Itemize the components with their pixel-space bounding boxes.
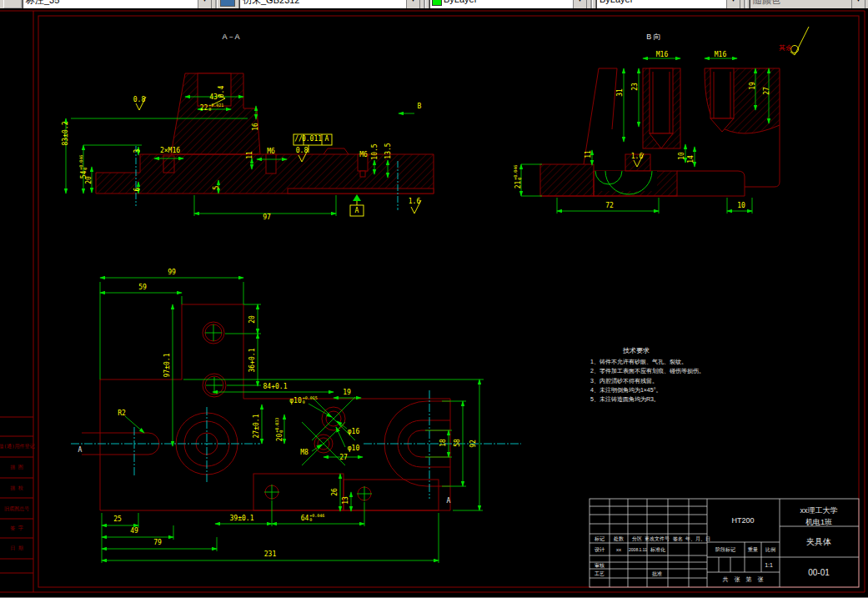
tech-requirements-title: 技术要求 [623, 346, 650, 355]
frame-strip-cell-label: 日 期 [10, 545, 23, 552]
dim-label: 59 [138, 284, 147, 291]
dim-label: 0.8 [133, 97, 145, 103]
dim-label: 26 [332, 488, 339, 496]
dim-label: 231 [264, 551, 276, 558]
dim-label: 13 [343, 496, 349, 505]
chevron-down-icon[interactable]: ▼ [406, 0, 419, 8]
dim-label: 20 [249, 315, 256, 324]
dim-label: φ16 [348, 429, 359, 435]
dim-label: φ10+0.0150 [289, 396, 318, 405]
dim-label: 27±0.1 [253, 415, 260, 439]
dim-label: 10.5 [372, 143, 379, 159]
dim-label: 1.6 [409, 198, 420, 205]
toolbar-separator [424, 0, 426, 8]
dim-label: 22+0.0210 [200, 103, 224, 112]
dim-label: 64+0.0460 [301, 514, 325, 522]
dim-label: 97 [263, 214, 271, 221]
dim-label: A [447, 498, 451, 505]
dim-label: 58 [454, 439, 461, 447]
standardize-label: 标准化 [650, 546, 665, 554]
dim-label: 43 [209, 94, 218, 101]
cad-drawing [0, 8, 868, 598]
toolbar-separator [744, 0, 746, 8]
dim-label: 0.4 [218, 86, 225, 98]
design-label: 设计 [595, 546, 605, 554]
dim-label: A [78, 447, 83, 454]
frame-strip-cell-label: 旧底图总号 [4, 505, 29, 513]
drawing-canvas[interactable] [0, 8, 868, 598]
header-docno: 更改文件号 [645, 535, 670, 543]
toolbar-separator [215, 0, 218, 8]
color-swatch-icon [432, 0, 442, 6]
dim-label: M16 [715, 52, 726, 58]
dim-label: 31 [617, 88, 624, 97]
school-label: xx理工大学 [800, 505, 838, 516]
sheet-count: 共 张 第 张 [723, 575, 764, 584]
chevron-down-icon: ▼ [851, 0, 865, 8]
dim-label: 0.011 [302, 136, 322, 143]
header-date: 年、月、日 [685, 535, 710, 543]
cad-application-window: 标注_35▼ 仿宋_GB2312▼ ByLayer▼ ByLayer▼ 随颜色▼ [0, 0, 868, 598]
section-title: A－A [222, 32, 239, 43]
plan-view [71, 278, 521, 563]
drawing-number: 00-01 [808, 568, 830, 577]
dim-label: 25 [113, 516, 122, 523]
tech-requirement-line: 4、未注明倒角均为1×45°。 [590, 386, 661, 394]
dim-label: 20 [86, 176, 93, 184]
frame-strip-cell-label: 描 校 [10, 485, 23, 492]
stage-header: 阶段标记 [715, 546, 735, 554]
dim-label: M6 [267, 148, 275, 155]
part-name: 夹具体 [806, 536, 831, 548]
review-label: 审核 [595, 562, 605, 570]
dim-label: 21+0.0460 [514, 165, 522, 189]
dim-label: 49 [130, 528, 138, 535]
dim-label: 83±0.2 [63, 122, 69, 146]
dim-label: M16 [656, 52, 668, 58]
dim-label: 99 [168, 269, 176, 276]
class-label: 机电1班 [805, 517, 832, 528]
dim-label: 97±0.1 [164, 354, 171, 378]
process-label: 工艺 [595, 570, 605, 578]
dim-label: 10 [679, 152, 685, 160]
header-sign: 签名 [673, 535, 683, 543]
header-zone: 分区 [632, 535, 642, 543]
dim-label: 3 [134, 149, 141, 153]
dim-label: 6 [134, 188, 141, 192]
dim-label: 5 [213, 186, 220, 190]
dim-label: 20+0.0330 [275, 418, 283, 442]
tech-requirement-line: 2、零件加工表面不应有划痕、碰伤等损伤。 [590, 367, 705, 375]
dim-label: 13.5 [385, 143, 392, 158]
layer-manager-icon[interactable] [3, 0, 22, 8]
dim-label: 11 [585, 150, 592, 158]
tech-requirement-line: 5、未注铸造圆角均为R3。 [590, 395, 660, 404]
chevron-down-icon[interactable]: ▼ [198, 0, 211, 8]
header-mark: 标记 [595, 535, 605, 543]
dim-label: 92 [470, 440, 477, 448]
dim-label: 10 [737, 203, 745, 209]
scale-header: 比例 [765, 546, 775, 554]
toolbar-separator [590, 0, 593, 8]
dim-label: B [418, 103, 422, 110]
dim-label: 18 [440, 439, 447, 447]
dim-label: 14 [688, 155, 695, 163]
dim-label: 0.8 [296, 148, 308, 154]
dim-label: R2 [118, 410, 126, 417]
dim-label: 79 [153, 540, 162, 546]
approve-label: 批准 [652, 570, 662, 578]
designer-name: xx [616, 547, 621, 552]
tech-requirement-line: 3、内腔清砂不得有残留。 [590, 377, 658, 385]
chevron-down-icon[interactable]: ▼ [726, 0, 740, 8]
material-label: HT200 [731, 516, 754, 525]
dim-label: M6 [359, 152, 368, 158]
chevron-down-icon[interactable]: ▼ [573, 0, 586, 8]
dim-label: 36+0.1 [249, 349, 256, 373]
weight-header: 重量 [748, 546, 758, 554]
dim-label: φ10 [348, 445, 359, 452]
layer-states-icon[interactable] [220, 0, 235, 7]
remainder-note: 其余 [779, 43, 792, 53]
frame-strip-cell-label: 描 图 [10, 464, 23, 471]
dim-label: 23 [632, 83, 639, 91]
dim-label: A [355, 208, 359, 214]
dim-label: 19 [343, 389, 351, 396]
dim-label: 84+0.1 [263, 384, 288, 390]
